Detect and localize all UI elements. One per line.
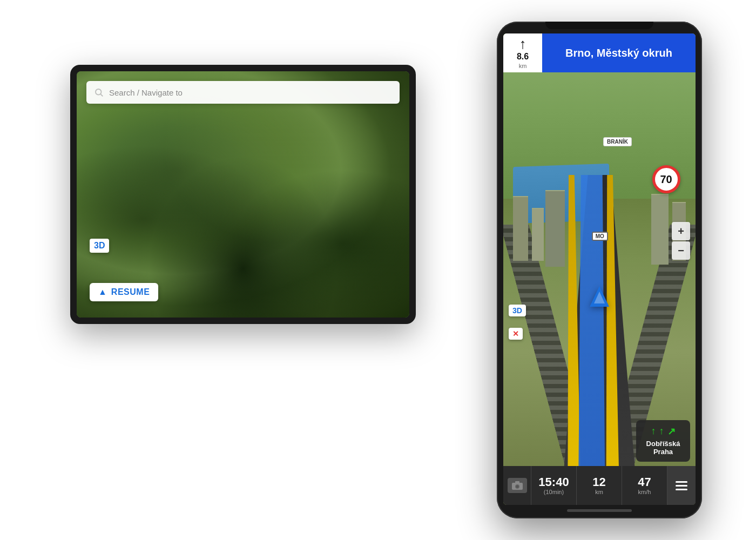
camera-icon-cell — [503, 466, 531, 505]
zoom-out-button[interactable]: − — [672, 241, 690, 260]
bottom-speed-sub: km/h — [638, 489, 651, 495]
phone-home-indicator — [567, 509, 632, 512]
menu-line-1 — [676, 481, 687, 483]
speed-limit-sign: 70 — [652, 165, 680, 193]
buildings-area — [503, 184, 696, 302]
phone-top-bar — [545, 22, 653, 29]
camera-svg — [511, 481, 523, 490]
zoom-in-button[interactable]: + — [672, 222, 690, 240]
bottom-time-cell: 15:40 (10min) — [531, 466, 577, 505]
menu-line-3 — [676, 489, 687, 490]
turn-instruction-box: ↑ ↑ ↗ Dobříšská Praha — [636, 420, 690, 462]
turn-street1: Dobříšská — [643, 440, 684, 448]
turn-arrows: ↑ ↑ ↗ — [643, 426, 684, 437]
svg-line-1 — [100, 94, 102, 96]
phone-nav-top: ↑ 8.6 km Brno, Městský okruh — [503, 33, 696, 72]
nav-distance-value: 8.6 — [517, 52, 529, 62]
nav-distance-box: ↑ 8.6 km — [503, 33, 542, 72]
search-placeholder-text: Search / Navigate to — [109, 88, 183, 97]
navigator-arrow — [590, 286, 609, 307]
bottom-distance-sub: km — [595, 489, 603, 495]
nav-direction-arrow: ↑ — [519, 37, 526, 51]
resume-label: RESUME — [111, 287, 150, 297]
nav-street-box: Brno, Městský okruh — [542, 33, 696, 72]
bottom-distance-cell: 12 km — [577, 466, 622, 505]
turn-arrow-straight2: ↑ — [659, 426, 664, 437]
zoom-controls: + − — [672, 222, 690, 260]
tablet-search-bar[interactable]: Search / Navigate to — [86, 81, 400, 104]
phone-close-button[interactable]: ✕ — [509, 328, 523, 340]
tablet-device: Search / Navigate to 3D ▲ RESUME — [70, 65, 416, 324]
turn-street2: Praha — [643, 448, 684, 456]
building-5 — [651, 194, 669, 265]
tablet-screen: Search / Navigate to 3D ▲ RESUME — [77, 71, 409, 318]
app-scene: Search / Navigate to 3D ▲ RESUME — [54, 22, 702, 518]
search-icon — [94, 87, 104, 97]
nav-street-name: Brno, Městský okruh — [565, 47, 672, 59]
bottom-speed: 47 — [638, 476, 651, 488]
building-3 — [545, 190, 565, 267]
tablet-resume-button[interactable]: ▲ RESUME — [90, 283, 158, 301]
svg-point-4 — [516, 485, 518, 488]
branik-label: BRANÍK — [603, 137, 632, 146]
resume-arrow-icon: ▲ — [98, 287, 107, 297]
phone-3d-button[interactable]: 3D — [509, 305, 526, 316]
bottom-distance: 12 — [592, 476, 605, 488]
svg-rect-5 — [515, 481, 519, 483]
phone-screen: MO BRANÍK 70 ↑ 8.6 km Brno, Městský okru… — [503, 33, 696, 505]
building-2 — [532, 208, 543, 261]
turn-arrow-straight: ↑ — [651, 426, 656, 437]
tablet-map-background — [77, 71, 409, 318]
menu-button-cell[interactable] — [667, 466, 696, 505]
phone-nav-bottom: 15:40 (10min) 12 km 47 km/h — [503, 466, 696, 505]
turn-arrow-right: ↗ — [667, 426, 676, 437]
nav-distance-unit: km — [519, 63, 527, 69]
tablet-3d-button[interactable]: 3D — [90, 239, 109, 253]
phone-map: MO BRANÍK 70 ↑ 8.6 km Brno, Městský okru… — [503, 33, 696, 505]
bottom-speed-cell: 47 km/h — [622, 466, 667, 505]
bottom-time-sub: (10min) — [544, 489, 564, 495]
menu-line-2 — [676, 485, 687, 487]
road-label-mo: MO — [592, 232, 608, 241]
camera-icon — [508, 478, 527, 493]
bottom-time: 15:40 — [538, 476, 569, 488]
menu-icon — [676, 481, 687, 490]
building-1 — [513, 196, 528, 261]
phone-device: MO BRANÍK 70 ↑ 8.6 km Brno, Městský okru… — [497, 22, 702, 518]
